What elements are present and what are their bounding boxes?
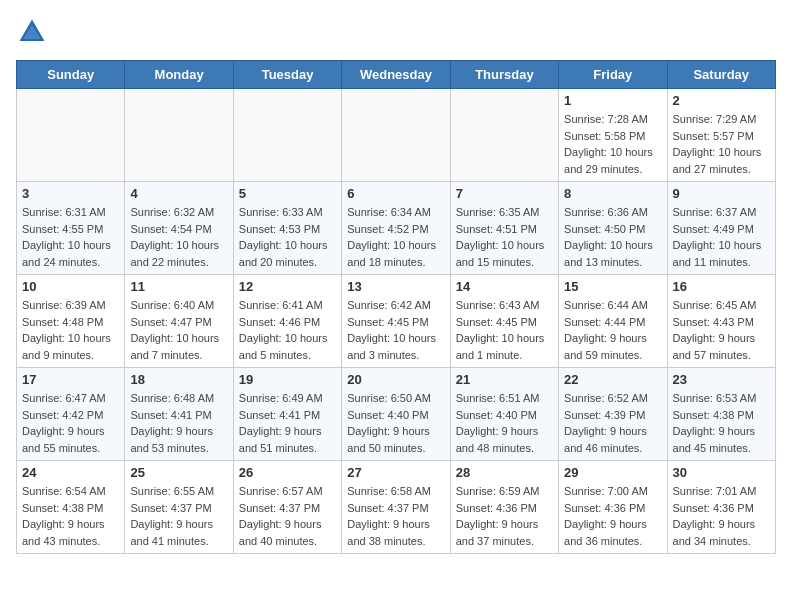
day-number: 10 — [22, 279, 119, 294]
calendar-cell: 21Sunrise: 6:51 AM Sunset: 4:40 PM Dayli… — [450, 368, 558, 461]
day-info: Sunrise: 7:29 AM Sunset: 5:57 PM Dayligh… — [673, 111, 770, 177]
calendar-week-row: 17Sunrise: 6:47 AM Sunset: 4:42 PM Dayli… — [17, 368, 776, 461]
day-number: 18 — [130, 372, 227, 387]
calendar-cell: 3Sunrise: 6:31 AM Sunset: 4:55 PM Daylig… — [17, 182, 125, 275]
calendar-week-row: 3Sunrise: 6:31 AM Sunset: 4:55 PM Daylig… — [17, 182, 776, 275]
weekday-header: Saturday — [667, 61, 775, 89]
day-number: 9 — [673, 186, 770, 201]
day-number: 6 — [347, 186, 444, 201]
calendar-cell — [17, 89, 125, 182]
day-info: Sunrise: 6:49 AM Sunset: 4:41 PM Dayligh… — [239, 390, 336, 456]
day-number: 12 — [239, 279, 336, 294]
day-number: 23 — [673, 372, 770, 387]
day-number: 26 — [239, 465, 336, 480]
logo-icon — [16, 16, 48, 48]
calendar-cell: 2Sunrise: 7:29 AM Sunset: 5:57 PM Daylig… — [667, 89, 775, 182]
day-number: 19 — [239, 372, 336, 387]
day-info: Sunrise: 6:32 AM Sunset: 4:54 PM Dayligh… — [130, 204, 227, 270]
day-info: Sunrise: 6:50 AM Sunset: 4:40 PM Dayligh… — [347, 390, 444, 456]
day-number: 13 — [347, 279, 444, 294]
day-info: Sunrise: 6:52 AM Sunset: 4:39 PM Dayligh… — [564, 390, 661, 456]
calendar-cell: 16Sunrise: 6:45 AM Sunset: 4:43 PM Dayli… — [667, 275, 775, 368]
calendar-cell — [125, 89, 233, 182]
day-number: 1 — [564, 93, 661, 108]
day-info: Sunrise: 6:54 AM Sunset: 4:38 PM Dayligh… — [22, 483, 119, 549]
logo — [16, 16, 52, 48]
day-number: 30 — [673, 465, 770, 480]
calendar-cell: 24Sunrise: 6:54 AM Sunset: 4:38 PM Dayli… — [17, 461, 125, 554]
day-info: Sunrise: 6:55 AM Sunset: 4:37 PM Dayligh… — [130, 483, 227, 549]
page-header — [16, 16, 776, 48]
day-info: Sunrise: 7:00 AM Sunset: 4:36 PM Dayligh… — [564, 483, 661, 549]
calendar-cell: 19Sunrise: 6:49 AM Sunset: 4:41 PM Dayli… — [233, 368, 341, 461]
day-number: 15 — [564, 279, 661, 294]
day-info: Sunrise: 6:45 AM Sunset: 4:43 PM Dayligh… — [673, 297, 770, 363]
day-number: 4 — [130, 186, 227, 201]
calendar-cell: 28Sunrise: 6:59 AM Sunset: 4:36 PM Dayli… — [450, 461, 558, 554]
day-info: Sunrise: 6:44 AM Sunset: 4:44 PM Dayligh… — [564, 297, 661, 363]
day-number: 20 — [347, 372, 444, 387]
calendar-cell: 7Sunrise: 6:35 AM Sunset: 4:51 PM Daylig… — [450, 182, 558, 275]
day-info: Sunrise: 6:31 AM Sunset: 4:55 PM Dayligh… — [22, 204, 119, 270]
day-info: Sunrise: 6:53 AM Sunset: 4:38 PM Dayligh… — [673, 390, 770, 456]
day-number: 3 — [22, 186, 119, 201]
day-number: 22 — [564, 372, 661, 387]
calendar-cell: 14Sunrise: 6:43 AM Sunset: 4:45 PM Dayli… — [450, 275, 558, 368]
calendar-cell: 29Sunrise: 7:00 AM Sunset: 4:36 PM Dayli… — [559, 461, 667, 554]
calendar-cell: 15Sunrise: 6:44 AM Sunset: 4:44 PM Dayli… — [559, 275, 667, 368]
day-info: Sunrise: 6:39 AM Sunset: 4:48 PM Dayligh… — [22, 297, 119, 363]
weekday-header: Tuesday — [233, 61, 341, 89]
weekday-header: Wednesday — [342, 61, 450, 89]
weekday-header: Monday — [125, 61, 233, 89]
calendar-cell — [233, 89, 341, 182]
calendar-cell: 30Sunrise: 7:01 AM Sunset: 4:36 PM Dayli… — [667, 461, 775, 554]
calendar-cell: 17Sunrise: 6:47 AM Sunset: 4:42 PM Dayli… — [17, 368, 125, 461]
calendar-cell: 6Sunrise: 6:34 AM Sunset: 4:52 PM Daylig… — [342, 182, 450, 275]
day-info: Sunrise: 6:33 AM Sunset: 4:53 PM Dayligh… — [239, 204, 336, 270]
day-info: Sunrise: 6:35 AM Sunset: 4:51 PM Dayligh… — [456, 204, 553, 270]
calendar-cell: 9Sunrise: 6:37 AM Sunset: 4:49 PM Daylig… — [667, 182, 775, 275]
weekday-header: Thursday — [450, 61, 558, 89]
day-info: Sunrise: 6:36 AM Sunset: 4:50 PM Dayligh… — [564, 204, 661, 270]
day-number: 25 — [130, 465, 227, 480]
calendar-week-row: 10Sunrise: 6:39 AM Sunset: 4:48 PM Dayli… — [17, 275, 776, 368]
day-info: Sunrise: 6:48 AM Sunset: 4:41 PM Dayligh… — [130, 390, 227, 456]
day-number: 21 — [456, 372, 553, 387]
day-number: 27 — [347, 465, 444, 480]
day-number: 5 — [239, 186, 336, 201]
day-number: 29 — [564, 465, 661, 480]
day-info: Sunrise: 6:34 AM Sunset: 4:52 PM Dayligh… — [347, 204, 444, 270]
day-info: Sunrise: 6:47 AM Sunset: 4:42 PM Dayligh… — [22, 390, 119, 456]
day-info: Sunrise: 6:43 AM Sunset: 4:45 PM Dayligh… — [456, 297, 553, 363]
calendar-cell: 10Sunrise: 6:39 AM Sunset: 4:48 PM Dayli… — [17, 275, 125, 368]
calendar-cell: 8Sunrise: 6:36 AM Sunset: 4:50 PM Daylig… — [559, 182, 667, 275]
calendar-cell: 27Sunrise: 6:58 AM Sunset: 4:37 PM Dayli… — [342, 461, 450, 554]
day-info: Sunrise: 7:28 AM Sunset: 5:58 PM Dayligh… — [564, 111, 661, 177]
calendar-cell: 4Sunrise: 6:32 AM Sunset: 4:54 PM Daylig… — [125, 182, 233, 275]
day-info: Sunrise: 6:58 AM Sunset: 4:37 PM Dayligh… — [347, 483, 444, 549]
day-number: 7 — [456, 186, 553, 201]
day-info: Sunrise: 6:40 AM Sunset: 4:47 PM Dayligh… — [130, 297, 227, 363]
calendar-cell: 18Sunrise: 6:48 AM Sunset: 4:41 PM Dayli… — [125, 368, 233, 461]
day-info: Sunrise: 6:51 AM Sunset: 4:40 PM Dayligh… — [456, 390, 553, 456]
calendar-cell: 26Sunrise: 6:57 AM Sunset: 4:37 PM Dayli… — [233, 461, 341, 554]
calendar-week-row: 24Sunrise: 6:54 AM Sunset: 4:38 PM Dayli… — [17, 461, 776, 554]
day-number: 28 — [456, 465, 553, 480]
calendar-table: SundayMondayTuesdayWednesdayThursdayFrid… — [16, 60, 776, 554]
calendar-cell — [342, 89, 450, 182]
calendar-cell: 25Sunrise: 6:55 AM Sunset: 4:37 PM Dayli… — [125, 461, 233, 554]
day-info: Sunrise: 6:59 AM Sunset: 4:36 PM Dayligh… — [456, 483, 553, 549]
calendar-cell: 12Sunrise: 6:41 AM Sunset: 4:46 PM Dayli… — [233, 275, 341, 368]
calendar-cell — [450, 89, 558, 182]
day-info: Sunrise: 7:01 AM Sunset: 4:36 PM Dayligh… — [673, 483, 770, 549]
day-number: 11 — [130, 279, 227, 294]
calendar-cell: 5Sunrise: 6:33 AM Sunset: 4:53 PM Daylig… — [233, 182, 341, 275]
calendar-cell: 22Sunrise: 6:52 AM Sunset: 4:39 PM Dayli… — [559, 368, 667, 461]
day-number: 8 — [564, 186, 661, 201]
calendar-cell: 20Sunrise: 6:50 AM Sunset: 4:40 PM Dayli… — [342, 368, 450, 461]
day-number: 2 — [673, 93, 770, 108]
day-number: 24 — [22, 465, 119, 480]
calendar-cell: 11Sunrise: 6:40 AM Sunset: 4:47 PM Dayli… — [125, 275, 233, 368]
day-number: 17 — [22, 372, 119, 387]
calendar-header-row: SundayMondayTuesdayWednesdayThursdayFrid… — [17, 61, 776, 89]
